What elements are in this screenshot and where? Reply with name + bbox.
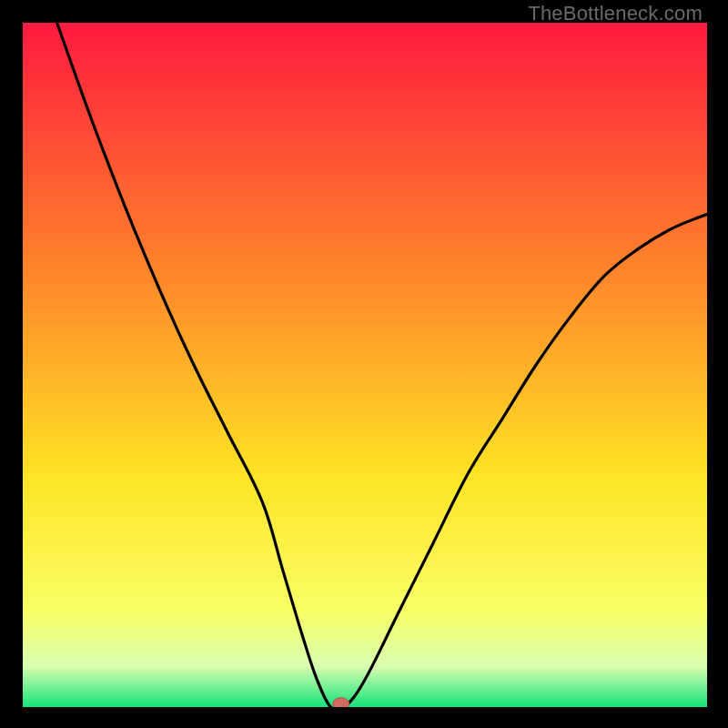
chart-frame: { "watermark": "TheBottleneck.com", "col… [0, 0, 728, 728]
optimum-marker [333, 698, 349, 707]
chart-svg [23, 23, 707, 707]
plot-area [23, 23, 707, 707]
gradient-background [23, 23, 707, 707]
